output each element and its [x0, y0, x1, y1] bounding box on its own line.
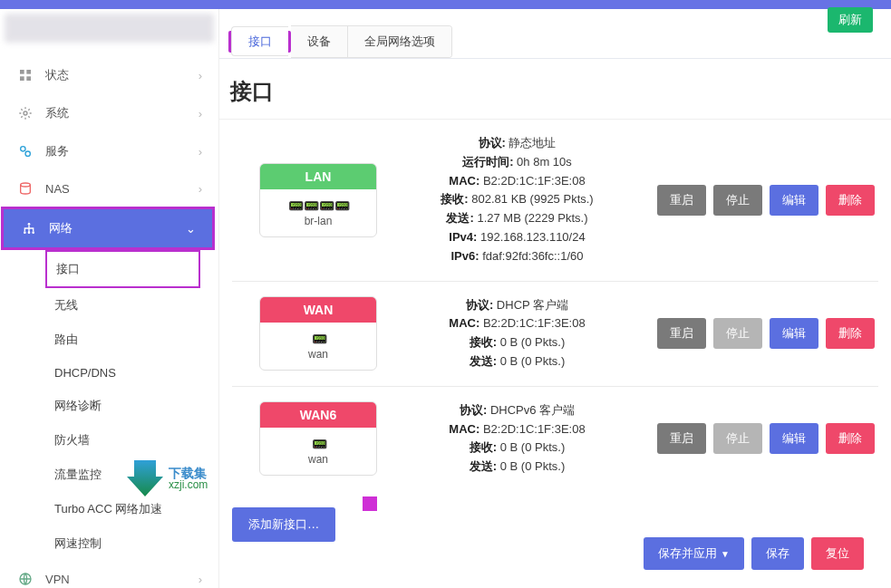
sidebar: 状态 › 系统 › 服务 › NAS › 网络	[0, 9, 219, 588]
add-interface-button[interactable]: 添加新接口…	[232, 507, 335, 542]
dashboard-icon	[18, 68, 34, 82]
sidebar-item-label: 网络	[49, 220, 73, 236]
delete-button[interactable]: 删除	[826, 318, 875, 349]
interface-device-name: br-lan	[260, 215, 376, 227]
interface-details: 协议: DHCPv6 客户端MAC: B2:2D:1C:1F:3E:08接收: …	[377, 401, 657, 477]
edit-button[interactable]: 编辑	[770, 185, 818, 216]
refresh-button[interactable]: 刷新	[828, 7, 873, 33]
sidebar-item-system[interactable]: 系统 ›	[0, 94, 218, 132]
svg-rect-1	[26, 70, 31, 74]
main-content: 接口 设备 全局网络选项 接口 LAN 📟 📟 📟 📟 br-lan 协议: 静…	[219, 9, 891, 588]
sidebar-item-status[interactable]: 状态 ›	[0, 56, 218, 94]
chevron-right-icon: ›	[199, 573, 202, 586]
reset-button[interactable]: 复位	[811, 537, 864, 570]
device-icon: 📟 📟 📟 📟	[260, 189, 376, 215]
database-icon	[18, 181, 34, 196]
interface-device-name: wan	[260, 453, 376, 466]
save-apply-button[interactable]: 保存并应用▼	[644, 537, 744, 570]
interface-row: WAN6 📟 wan 协议: DHCPv6 客户端MAC: B2:2D:1C:1…	[232, 387, 878, 491]
sidebar-sub-interfaces[interactable]: 接口	[45, 250, 200, 288]
sidebar-sub-speed-control[interactable]: 网速控制	[45, 526, 218, 561]
sidebar-item-label: 服务	[45, 143, 69, 159]
svg-rect-3	[26, 76, 31, 81]
network-icon	[22, 221, 38, 236]
sidebar-sub-turbo-acc[interactable]: Turbo ACC 网络加速	[45, 492, 218, 526]
interface-row: WAN 📟 wan 协议: DHCP 客户端MAC: B2:2D:1C:1F:3…	[232, 282, 878, 387]
sidebar-sub-traffic[interactable]: 流量监控	[45, 458, 218, 492]
sidebar-item-label: 状态	[45, 67, 69, 83]
sidebar-sub-firewall[interactable]: 防火墙	[45, 423, 218, 458]
svg-rect-0	[20, 70, 24, 74]
sidebar-subnav-network: 接口 无线 路由 DHCP/DNS 网络诊断 防火墙 流量监控 Turbo AC…	[0, 250, 218, 561]
device-icon: 📟	[260, 323, 376, 348]
svg-point-4	[24, 111, 27, 115]
sidebar-item-vpn[interactable]: VPN ›	[0, 561, 218, 588]
interface-details: 协议: DHCP 客户端MAC: B2:2D:1C:1F:3E:08接收: 0 …	[377, 296, 657, 371]
tab-interfaces[interactable]: 接口	[231, 26, 288, 56]
sidebar-sub-diagnostics[interactable]: 网络诊断	[45, 389, 218, 423]
sidebar-sub-dhcp-dns[interactable]: DHCP/DNS	[45, 357, 218, 389]
save-button[interactable]: 保存	[751, 537, 804, 570]
delete-button[interactable]: 删除	[826, 185, 875, 216]
svg-point-7	[21, 183, 31, 187]
svg-point-5	[21, 147, 25, 151]
sidebar-item-label: 系统	[45, 105, 69, 121]
chevron-right-icon: ›	[199, 145, 202, 159]
sidebar-item-nas[interactable]: NAS ›	[0, 170, 218, 207]
interface-device-name: wan	[260, 348, 376, 361]
device-icon: 📟	[260, 428, 376, 453]
brand-logo	[5, 14, 214, 43]
interface-card: WAN6 📟 wan	[259, 401, 377, 476]
restart-button[interactable]: 重启	[657, 423, 706, 454]
globe-icon	[18, 572, 34, 586]
interface-row: LAN 📟 📟 📟 📟 br-lan 协议: 静态地址运行时间: 0h 8m 1…	[232, 120, 878, 282]
tab-devices[interactable]: 设备	[291, 26, 348, 57]
gear-icon	[18, 106, 34, 120]
stop-button[interactable]: 停止	[713, 185, 762, 216]
edit-button[interactable]: 编辑	[770, 318, 818, 349]
tab-global-options[interactable]: 全局网络选项	[348, 26, 451, 57]
chevron-right-icon: ›	[199, 69, 202, 82]
sidebar-item-label: NAS	[45, 182, 70, 196]
delete-button[interactable]: 删除	[826, 423, 875, 454]
svg-rect-2	[20, 76, 24, 81]
interface-header: WAN	[260, 297, 376, 323]
chevron-right-icon: ›	[199, 107, 202, 120]
edit-button[interactable]: 编辑	[770, 423, 818, 454]
interface-card: LAN 📟 📟 📟 📟 br-lan	[259, 163, 377, 237]
page-title: 接口	[219, 59, 891, 119]
svg-point-8	[28, 223, 31, 226]
sidebar-sub-routes[interactable]: 路由	[45, 323, 218, 357]
sidebar-sub-wireless[interactable]: 无线	[45, 288, 218, 323]
stop-button: 停止	[713, 423, 762, 454]
svg-point-6	[25, 151, 30, 156]
interface-header: WAN6	[260, 402, 376, 428]
svg-point-9	[24, 231, 26, 234]
sidebar-item-network[interactable]: 网络 ⌄	[4, 209, 212, 247]
interface-header: LAN	[260, 164, 376, 189]
svg-point-11	[32, 231, 34, 234]
chevron-down-icon: ⌄	[186, 222, 196, 236]
caret-down-icon: ▼	[721, 549, 730, 559]
interface-details: 协议: 静态地址运行时间: 0h 8m 10sMAC: B2:2D:1C:1F:…	[377, 134, 657, 266]
interface-card: WAN 📟 wan	[259, 296, 377, 371]
cogs-icon	[18, 144, 34, 159]
stop-button: 停止	[713, 318, 762, 349]
sidebar-item-label: VPN	[45, 573, 70, 586]
chevron-right-icon: ›	[199, 182, 202, 196]
sidebar-item-services[interactable]: 服务 ›	[0, 132, 218, 170]
restart-button[interactable]: 重启	[657, 185, 706, 216]
restart-button[interactable]: 重启	[657, 318, 706, 349]
